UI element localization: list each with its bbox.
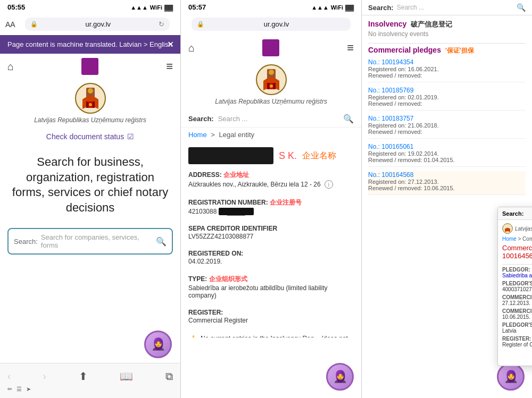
type-label: TYPE: 企业组织形式 xyxy=(188,275,354,284)
pledge-detail-overlay: Search: Search ... 🔍 Latvijas Re... Home… xyxy=(497,207,532,366)
company-name-row: S K. 企业名称 xyxy=(181,142,361,167)
pledge-item-3: No.: 100183757 Registered on: 21.06.2018… xyxy=(368,115,526,139)
register-section: REGISTER: Commercial Register xyxy=(181,306,361,331)
info-icon-addr[interactable]: i xyxy=(325,180,333,189)
avatar-bubble-3[interactable]: 🧕 xyxy=(497,363,525,391)
status-icons-1: ▲▲▲ WiFi ▓▓ xyxy=(130,4,173,11)
url-bar-2[interactable]: 🔒 ur.gov.lv xyxy=(192,18,351,31)
pledge-no-1[interactable]: No.: 100194354 xyxy=(368,58,526,66)
book-button-1[interactable]: 📖 xyxy=(120,370,133,383)
hamburger-icon-2[interactable]: ≡ xyxy=(347,41,354,55)
forward-button-1[interactable]: › xyxy=(43,371,46,382)
pledge-reg-date-value: 27.12.2013. xyxy=(502,300,532,306)
check-doc-link[interactable]: Check document status ☑ xyxy=(0,129,180,144)
pledge-reg-3: Registered on: 21.06.2018. xyxy=(368,122,526,129)
address-value: Aizkraukles nov., Aizkraukle, Bērzu iela… xyxy=(188,180,354,189)
breadcrumb-current-2: Legal entity xyxy=(219,131,255,139)
company-cn-label: 企业名称 xyxy=(302,150,336,162)
pledge-renewed-3: Renewed / removed: xyxy=(368,129,526,135)
sepa-section: SEPA CREDITOR IDENTIFIER LV55ZZZ42103088… xyxy=(181,222,361,247)
url-bar-1[interactable]: 🔒 ur.gov.lv ↻ xyxy=(25,18,170,31)
pledge-no-3[interactable]: No.: 100183757 xyxy=(368,115,526,122)
pledgor-label: PLEDGOR: xyxy=(502,267,532,273)
coat-svg xyxy=(74,82,106,114)
search-label-1: Search: xyxy=(14,238,38,245)
share-button-1[interactable]: ⬆ xyxy=(79,370,88,383)
aa-button[interactable]: AA xyxy=(5,20,15,29)
browser-top-row-1: AA 🔒 ur.gov.lv ↻ xyxy=(0,13,180,35)
no-insolvency-events: No insolvency events xyxy=(368,29,526,41)
home-icon-2[interactable]: ⌂ xyxy=(188,42,195,54)
avatar-bubble-2[interactable]: 🧕 xyxy=(326,363,354,391)
svg-point-6 xyxy=(269,70,274,75)
pledge-no-5[interactable]: No.: 100164568 xyxy=(368,171,526,179)
back-button-1[interactable]: ‹ xyxy=(7,371,11,382)
search-icon-1[interactable]: 🔍 xyxy=(156,236,167,247)
list-icon[interactable]: ☰ xyxy=(16,386,22,393)
arrow-right-icon[interactable]: ➤ xyxy=(26,386,31,393)
pledge-reg-5: Registered on: 27.12.2013. xyxy=(368,179,526,185)
close-translation-button[interactable]: ✕ xyxy=(167,39,174,49)
search-bar-3[interactable]: Search: Search ... 🔍 xyxy=(362,0,532,15)
register-value: Commercial Register xyxy=(188,317,354,324)
battery-icon-2: ▓▓ xyxy=(345,4,354,11)
signal-icon: ▲▲▲ xyxy=(130,4,148,11)
status-bar-1: 05:55 ▲▲▲ WiFi ▓▓ xyxy=(0,0,180,13)
avatar-bubble-1[interactable]: 🧕 xyxy=(144,331,172,358)
reg-number-cn: 企业注册号 xyxy=(270,199,302,206)
check-icon: ☑ xyxy=(127,132,134,141)
address-cn: 企业地址 xyxy=(223,171,249,179)
search-input-3[interactable]: Search ... xyxy=(397,4,513,11)
breadcrumb-2: Home > Legal entity xyxy=(181,128,361,142)
cp-title: Commercial pledges xyxy=(368,46,441,54)
reload-icon-1[interactable]: ↻ xyxy=(159,20,164,28)
overlay-home-link[interactable]: Home xyxy=(502,236,517,242)
divider-1 xyxy=(368,43,526,44)
detail-scroll-2[interactable]: ADDRESS: 企业地址 Aizkraukles nov., Aizkrauk… xyxy=(181,167,361,337)
search-box-1[interactable]: Search: Search for companies, services, … xyxy=(7,228,173,255)
tabs-button-1[interactable]: ⧉ xyxy=(165,370,173,383)
pledge-item-4: No.: 100165061 Registered on: 19.02.2014… xyxy=(368,143,526,167)
type-cn: 企业组织形式 xyxy=(209,275,247,283)
overlay-header: Search: Search ... 🔍 xyxy=(498,207,532,220)
search-icon-3[interactable]: 🔍 xyxy=(517,3,526,12)
overlay-coat-svg xyxy=(502,223,513,234)
sepa-value: LV55ZZZ42103088877 xyxy=(188,233,354,240)
pledge-renewed-4: Renewed / removed: 01.04.2015. xyxy=(368,157,526,163)
insolvency-cn: 破产信息登记 xyxy=(411,20,452,29)
no-insolvency-text: No current entries in the Insolvency Reg… xyxy=(201,335,354,337)
thumbs-up-icon: 👍 xyxy=(188,335,197,337)
hamburger-icon-1[interactable]: ≡ xyxy=(166,60,173,73)
panel-3: Search: Search ... 🔍 Insolvency 破产信息登记 N… xyxy=(362,0,532,398)
search-input-1[interactable]: Search for companies, services, forms xyxy=(41,233,156,249)
search-input-2[interactable]: Search ... xyxy=(218,115,339,123)
site-title-1: Latvijas Republikas Uzņēmumu reģistrs xyxy=(0,116,180,127)
overlay-bc-current: Commercial pledge xyxy=(522,236,532,242)
pledge-renewed-2: Renewed / removed: xyxy=(368,100,526,107)
edit-icon[interactable]: ✏ xyxy=(7,386,12,393)
reg-number-value: 42103088 ████ xyxy=(188,208,354,215)
url-text-1: ur.gov.lv xyxy=(41,20,155,28)
pledge-link-text[interactable]: Commercial pledge no. 100164568 xyxy=(502,244,532,260)
registered-on-value: 04.02.2019. xyxy=(188,258,354,265)
wifi-icon-2: WiFi xyxy=(331,4,343,11)
pledgor-value[interactable]: Sabiedriba ar ierobežoto atbildibu 'GroG… xyxy=(502,273,532,278)
pledge-no-2[interactable]: No.: 100185769 xyxy=(368,87,526,94)
site-title-2: Latvijas Republikas Uzņēmumu reģistrs xyxy=(181,98,361,108)
coat-svg-2 xyxy=(255,64,287,96)
search-icon-2[interactable]: 🔍 xyxy=(343,114,354,124)
registered-on-section: REGISTERED ON: 04.02.2019. xyxy=(181,247,361,272)
svg-point-3 xyxy=(89,103,92,106)
pledge-reg-date-label: COMMERCIAL PLEDGE REGISTERED ON: xyxy=(502,294,532,300)
latvijas-text: Latvijas Re... xyxy=(515,226,532,232)
breadcrumb-home-2[interactable]: Home xyxy=(188,131,207,139)
search-label-3: Search: xyxy=(368,4,394,12)
registered-on-label: REGISTERED ON: xyxy=(188,250,354,257)
home-icon-1[interactable]: ⌂ xyxy=(7,61,14,73)
search-row-2[interactable]: Search: Search ... 🔍 xyxy=(181,111,361,128)
coat-of-arms-1: Latvijas Republikas Uzņēmumu reģistrs xyxy=(0,79,180,129)
coat-of-arms-2: Latvijas Republikas Uzņēmumu reģistrs xyxy=(181,61,361,111)
insolvency-section: Insolvency 破产信息登记 No insolvency events xyxy=(368,20,526,41)
cp-cn: '保证'担保 xyxy=(445,46,474,55)
pledge-no-4[interactable]: No.: 100165061 xyxy=(368,143,526,150)
